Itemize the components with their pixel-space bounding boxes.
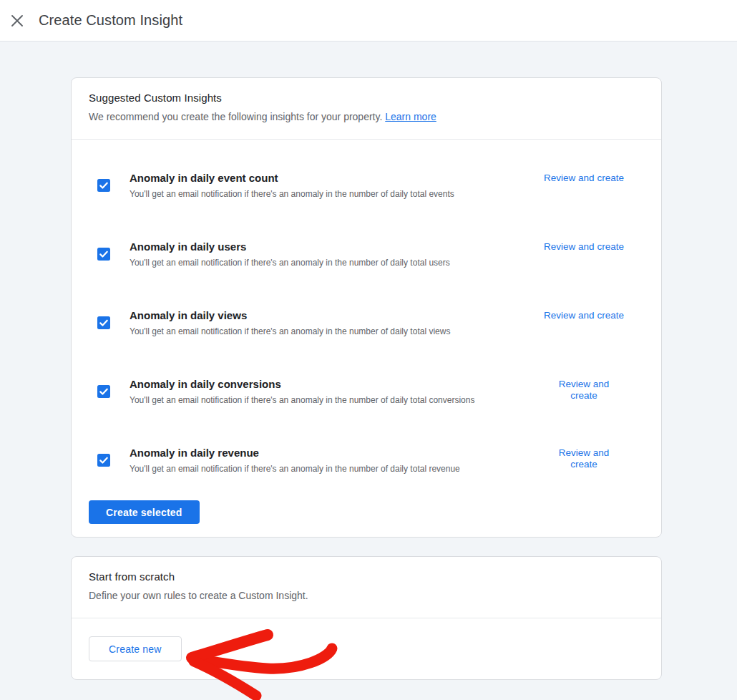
scratch-card-footer: Create new: [72, 618, 661, 679]
insight-text-block: Anomaly in daily views You'll get an ema…: [130, 308, 532, 338]
insight-row-conversions: Anomaly in daily conversions You'll get …: [89, 357, 644, 426]
insight-title: Anomaly in daily users: [130, 239, 532, 255]
suggested-card-header: Suggested Custom Insights We recommend y…: [72, 78, 661, 139]
checkbox-checked-icon[interactable]: [97, 316, 110, 329]
review-and-create-label: Review and create: [555, 379, 613, 402]
create-selected-button[interactable]: Create selected: [89, 500, 200, 524]
review-and-create-link[interactable]: Review and create: [541, 241, 627, 253]
insight-description: You'll get an email notification if ther…: [130, 256, 532, 269]
review-and-create-link[interactable]: Review and create: [541, 379, 627, 402]
learn-more-link[interactable]: Learn more: [385, 111, 436, 122]
insight-description: You'll get an email notification if ther…: [130, 462, 515, 475]
insight-title: Anomaly in daily views: [130, 308, 532, 324]
insight-text-block: Anomaly in daily users You'll get an ema…: [130, 239, 532, 269]
insight-title: Anomaly in daily event count: [130, 170, 532, 186]
suggested-insights-list: Anomaly in daily event count You'll get …: [72, 140, 661, 495]
checkbox-checked-icon[interactable]: [97, 454, 110, 467]
review-and-create-link[interactable]: Review and create: [541, 310, 627, 321]
scratch-card-title: Start from scratch: [89, 570, 644, 583]
scratch-card-subtitle: Define your own rules to create a Custom…: [89, 588, 644, 603]
insight-text-block: Anomaly in daily conversions You'll get …: [130, 376, 532, 407]
page-title: Create Custom Insight: [39, 12, 182, 29]
suggested-card-title: Suggested Custom Insights: [89, 92, 644, 104]
insight-row-revenue: Anomaly in daily revenue You'll get an e…: [89, 426, 644, 495]
suggested-card-subtitle-text: We recommend you create the following in…: [89, 111, 382, 122]
dialog-header: Create Custom Insight: [0, 0, 737, 42]
suggested-card-footer: Create selected: [72, 495, 661, 537]
insight-description: You'll get an email notification if ther…: [130, 394, 515, 407]
review-and-create-link[interactable]: Review and create: [541, 447, 627, 470]
close-button[interactable]: [5, 9, 29, 33]
insight-row-views: Anomaly in daily views You'll get an ema…: [89, 288, 644, 357]
insight-row-event-count: Anomaly in daily event count You'll get …: [89, 151, 644, 220]
insight-title: Anomaly in daily revenue: [130, 445, 532, 461]
insight-description: You'll get an email notification if ther…: [130, 188, 532, 200]
insight-row-users: Anomaly in daily users You'll get an ema…: [89, 220, 644, 288]
review-and-create-link[interactable]: Review and create: [541, 172, 627, 184]
insight-description: You'll get an email notification if ther…: [130, 325, 532, 338]
insight-title: Anomaly in daily conversions: [130, 376, 532, 392]
scratch-card-header: Start from scratch Define your own rules…: [72, 557, 661, 618]
close-icon: [11, 14, 24, 27]
create-new-button[interactable]: Create new: [89, 636, 182, 661]
start-from-scratch-card: Start from scratch Define your own rules…: [71, 556, 662, 680]
checkbox-checked-icon[interactable]: [97, 385, 110, 398]
checkbox-checked-icon[interactable]: [97, 248, 110, 261]
review-and-create-label: Review and create: [555, 447, 613, 470]
insight-text-block: Anomaly in daily event count You'll get …: [130, 170, 532, 200]
suggested-card-subtitle: We recommend you create the following in…: [89, 110, 644, 124]
insight-text-block: Anomaly in daily revenue You'll get an e…: [130, 445, 532, 475]
checkbox-checked-icon[interactable]: [97, 179, 110, 192]
suggested-insights-card: Suggested Custom Insights We recommend y…: [71, 77, 662, 538]
